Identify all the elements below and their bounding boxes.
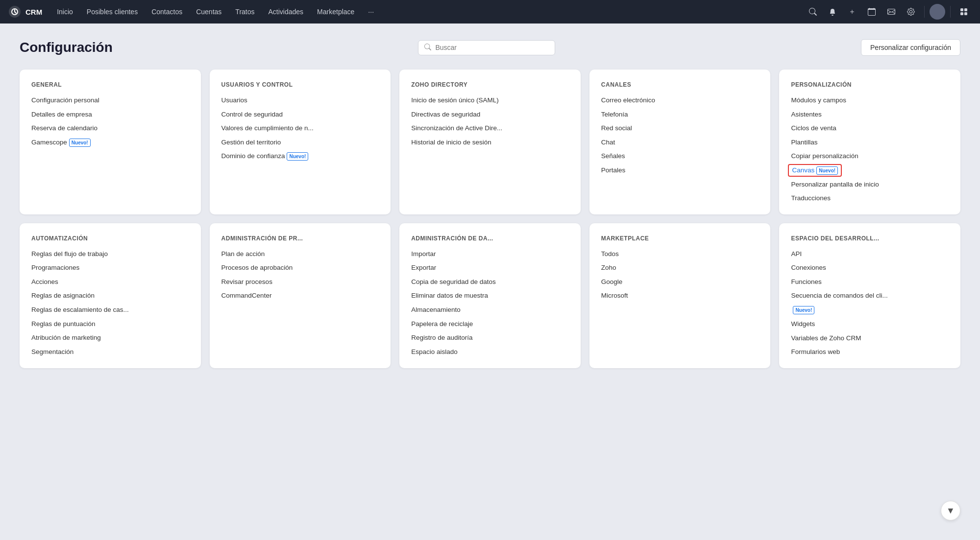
card-link-administracion-de-da-0[interactable]: Importar (411, 250, 569, 258)
card-link-personalizacion-5[interactable]: CanvasNuevo! (791, 166, 949, 175)
card-link-canales-3[interactable]: Chat (601, 138, 759, 147)
card-link-administracion-de-da-6[interactable]: Registro de auditoría (411, 333, 569, 342)
card-link-automatizacion-5[interactable]: Reglas de puntuación (31, 320, 189, 329)
customize-button[interactable]: Personalizar configuración (861, 39, 960, 56)
nav-cuentas[interactable]: Cuentas (189, 0, 228, 23)
nuevo-badge-usuarios-y-control-4: Nuevo! (287, 152, 308, 161)
card-link-espacio-del-desarroll-5[interactable]: Widgets (791, 320, 949, 329)
card-link-automatizacion-6[interactable]: Atribución de marketing (31, 333, 189, 342)
card-link-personalizacion-0[interactable]: Módulos y campos (791, 96, 949, 105)
card-link-usuarios-y-control-4[interactable]: Dominio de confianzaNuevo! (221, 152, 379, 161)
mail-icon (887, 8, 895, 16)
nav-posibles-clientes[interactable]: Posibles clientes (80, 0, 145, 23)
nav-contactos[interactable]: Contactos (145, 0, 189, 23)
card-link-personalizacion-2[interactable]: Ciclos de venta (791, 124, 949, 133)
card-link-administracion-de-da-4[interactable]: Almacenamiento (411, 305, 569, 314)
gear-icon (907, 8, 915, 16)
card-link-personalizacion-7[interactable]: Traducciones (791, 194, 949, 203)
card-link-administracion-de-da-3[interactable]: Eliminar datos de muestra (411, 291, 569, 300)
card-link-espacio-del-desarroll-7[interactable]: Formularios web (791, 348, 949, 356)
card-espacio-del-desarroll: ESPACIO DEL DESARROLL...APIConexionesFun… (779, 223, 960, 368)
brand-logo[interactable]: CRM (8, 5, 42, 19)
card-link-general-2[interactable]: Reserva de calendario (31, 124, 189, 133)
search-icon (809, 8, 817, 16)
card-marketplace: MARKETPLACETodosZohoGoogleMicrosoft (589, 223, 771, 368)
card-link-usuarios-y-control-1[interactable]: Control de seguridad (221, 110, 379, 119)
card-link-general-0[interactable]: Configuración personal (31, 96, 189, 105)
card-link-canales-4[interactable]: Señales (601, 152, 759, 161)
card-link-marketplace-0[interactable]: Todos (601, 250, 759, 258)
logo-icon (8, 5, 22, 19)
settings-button[interactable] (903, 3, 919, 20)
nav-actividades[interactable]: Actividades (262, 0, 311, 23)
card-link-automatizacion-4[interactable]: Reglas de escalamiento de cas... (31, 305, 189, 314)
nav-marketplace[interactable]: Marketplace (310, 0, 361, 23)
notifications-button[interactable] (824, 3, 841, 20)
card-title-administracion-de-pr: ADMINISTRACIÓN DE PR... (221, 235, 379, 242)
card-link-canales-2[interactable]: Red social (601, 124, 759, 133)
nav-inicio[interactable]: Inicio (50, 0, 80, 23)
card-link-administracion-de-da-7[interactable]: Espacio aislado (411, 348, 569, 356)
nav-divider (924, 6, 925, 18)
page-header: Configuración Personalizar configuración (20, 39, 960, 56)
card-link-personalizacion-1[interactable]: Asistentes (791, 110, 949, 119)
card-link-automatizacion-2[interactable]: Acciones (31, 278, 189, 286)
card-link-usuarios-y-control-3[interactable]: Gestión del territorio (221, 138, 379, 147)
card-link-personalizacion-4[interactable]: Copiar personalización (791, 152, 949, 161)
card-link-espacio-del-desarroll-2[interactable]: Funciones (791, 278, 949, 286)
card-link-general-3[interactable]: GamescopeNuevo! (31, 138, 189, 147)
scroll-down-button[interactable]: ▼ (941, 501, 960, 520)
card-link-canales-5[interactable]: Portales (601, 166, 759, 175)
card-link-administracion-de-pr-3[interactable]: CommandCenter (221, 291, 379, 300)
card-administracion-de-pr: ADMINISTRACIÓN DE PR...Plan de acciónPro… (210, 223, 391, 368)
nav-more[interactable]: ··· (361, 0, 381, 23)
card-link-administracion-de-pr-2[interactable]: Revisar procesos (221, 278, 379, 286)
search-input[interactable] (435, 44, 549, 51)
search-bar[interactable] (418, 40, 555, 55)
card-link-personalizacion-3[interactable]: Plantillas (791, 138, 949, 147)
card-link-automatizacion-0[interactable]: Reglas del flujo de trabajo (31, 250, 189, 258)
search-bar-icon (424, 44, 431, 52)
mail-button[interactable] (883, 3, 900, 20)
card-link-marketplace-3[interactable]: Microsoft (601, 291, 759, 300)
cards-grid: GENERALConfiguración personalDetalles de… (20, 70, 960, 368)
card-link-administracion-de-pr-0[interactable]: Plan de acción (221, 250, 379, 258)
card-link-canales-0[interactable]: Correo electrónico (601, 96, 759, 105)
card-zoho-directory: ZOHO DIRECTORYInicio de sesión único (SA… (399, 70, 581, 214)
search-button[interactable] (805, 3, 821, 20)
card-link-administracion-de-da-2[interactable]: Copia de seguridad de datos (411, 278, 569, 286)
page-title: Configuración (20, 40, 113, 55)
card-link-automatizacion-7[interactable]: Segmentación (31, 348, 189, 356)
card-link-marketplace-2[interactable]: Google (601, 278, 759, 286)
card-link-canales-1[interactable]: Telefonía (601, 110, 759, 119)
card-link-zoho-directory-3[interactable]: Historial de inicio de sesión (411, 138, 569, 147)
nav-tratos[interactable]: Tratos (228, 0, 261, 23)
card-link-personalizacion-6[interactable]: Personalizar pantalla de inicio (791, 180, 949, 189)
card-link-zoho-directory-1[interactable]: Directivas de seguridad (411, 110, 569, 119)
card-title-automatizacion: AUTOMATIZACIÓN (31, 235, 189, 242)
card-link-espacio-del-desarroll-3[interactable]: Secuencia de comandos del cli... (791, 291, 949, 300)
add-button[interactable] (844, 3, 860, 20)
card-link-automatizacion-3[interactable]: Reglas de asignación (31, 291, 189, 300)
card-link-espacio-del-desarroll-0[interactable]: API (791, 250, 949, 258)
card-link-administracion-de-da-1[interactable]: Exportar (411, 263, 569, 272)
card-link-zoho-directory-0[interactable]: Inicio de sesión único (SAML) (411, 96, 569, 105)
app-grid-button[interactable] (956, 3, 972, 20)
card-link-usuarios-y-control-0[interactable]: Usuarios (221, 96, 379, 105)
card-link-administracion-de-da-5[interactable]: Papelera de reciclaje (411, 320, 569, 329)
card-link-usuarios-y-control-2[interactable]: Valores de cumplimiento de n... (221, 124, 379, 133)
main-content: Configuración Personalizar configuración… (0, 23, 980, 384)
card-link-zoho-directory-2[interactable]: Sincronización de Active Dire... (411, 124, 569, 133)
card-link-espacio-del-desarroll-1[interactable]: Conexiones (791, 263, 949, 272)
card-link-administracion-de-pr-1[interactable]: Procesos de aprobación (221, 263, 379, 272)
card-automatizacion: AUTOMATIZACIÓNReglas del flujo de trabaj… (20, 223, 201, 368)
bell-icon (829, 8, 836, 16)
card-link-automatizacion-1[interactable]: Programaciones (31, 263, 189, 272)
card-link-espacio-del-desarroll-6[interactable]: Variables de Zoho CRM (791, 334, 949, 343)
calendar-button[interactable] (863, 3, 880, 20)
topnav-actions (805, 3, 972, 20)
card-link-marketplace-1[interactable]: Zoho (601, 263, 759, 272)
card-title-canales: CANALES (601, 81, 759, 88)
user-avatar[interactable] (930, 4, 945, 20)
card-link-general-1[interactable]: Detalles de empresa (31, 110, 189, 119)
